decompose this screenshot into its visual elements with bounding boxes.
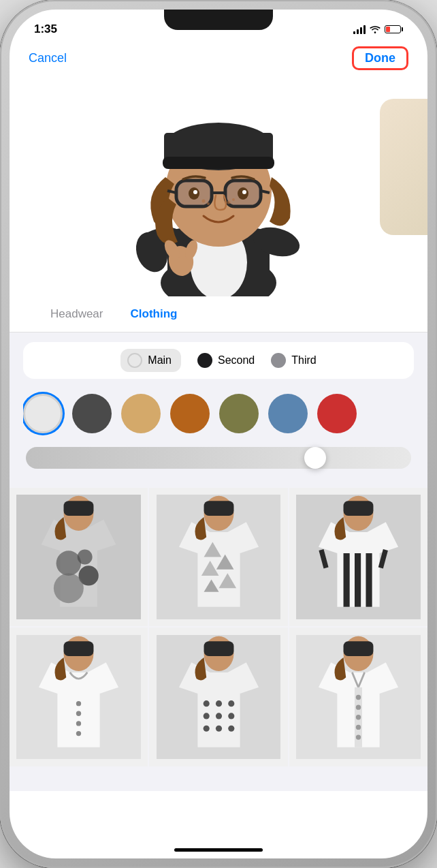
mode-third-label: Third <box>291 354 316 367</box>
svg-point-68 <box>356 694 361 699</box>
wifi-icon <box>370 25 381 33</box>
svg-rect-53 <box>64 641 94 656</box>
svg-rect-41 <box>355 553 361 607</box>
mode-main[interactable]: Main <box>120 349 181 372</box>
svg-point-30 <box>56 551 82 576</box>
signal-bars-icon <box>353 25 366 34</box>
svg-point-24 <box>227 201 231 204</box>
category-tabs: Headwear Clothing <box>10 296 427 332</box>
color-section: Main Second Third <box>10 332 427 488</box>
svg-point-63 <box>228 725 234 731</box>
mode-second[interactable]: Second <box>197 353 255 368</box>
svg-point-57 <box>228 700 234 707</box>
svg-point-33 <box>78 550 93 565</box>
cancel-button[interactable]: Cancel <box>29 51 67 65</box>
svg-point-72 <box>356 734 361 739</box>
svg-point-56 <box>215 700 221 707</box>
svg-point-55 <box>203 700 209 707</box>
svg-point-70 <box>356 715 361 719</box>
tab-headwear[interactable]: Headwear <box>37 302 117 326</box>
swatch-brown[interactable] <box>170 394 210 433</box>
svg-point-20 <box>193 190 197 194</box>
svg-point-48 <box>76 700 81 705</box>
clothing-item-4[interactable] <box>10 627 148 766</box>
clothing-grid <box>10 488 427 766</box>
svg-rect-38 <box>204 501 233 516</box>
home-indicator[interactable] <box>174 848 263 852</box>
clothing-item-1[interactable] <box>10 488 148 626</box>
clothing-item-3[interactable] <box>289 488 427 626</box>
mode-main-label: Main <box>148 354 172 367</box>
svg-point-50 <box>76 721 81 726</box>
svg-point-60 <box>228 713 234 719</box>
swatch-red[interactable] <box>317 394 357 433</box>
notch <box>164 10 273 30</box>
mode-third[interactable]: Third <box>271 353 316 368</box>
svg-rect-74 <box>343 641 373 656</box>
svg-rect-46 <box>343 501 373 516</box>
color-slider-container <box>23 443 414 478</box>
phone-frame: 1:35 <box>0 0 437 868</box>
status-time: 1:35 <box>34 22 57 36</box>
mode-second-label: Second <box>218 354 255 367</box>
clothing-item-5[interactable] <box>149 627 287 766</box>
secondary-memoji-partial <box>380 99 427 235</box>
svg-point-22 <box>202 200 206 203</box>
svg-point-51 <box>76 730 81 735</box>
swatch-dark[interactable] <box>72 394 112 433</box>
phone-screen: 1:35 <box>10 10 427 858</box>
svg-point-61 <box>203 725 209 731</box>
svg-point-49 <box>76 711 81 715</box>
status-icons <box>353 25 403 34</box>
svg-rect-35 <box>64 501 94 516</box>
done-button[interactable]: Done <box>352 46 408 70</box>
clothing-item-6[interactable] <box>289 627 427 766</box>
svg-point-23 <box>207 202 210 205</box>
svg-point-25 <box>232 198 235 201</box>
swatch-olive[interactable] <box>219 394 259 433</box>
svg-point-69 <box>356 704 361 709</box>
swatch-blue[interactable] <box>268 394 308 433</box>
svg-point-21 <box>242 190 246 194</box>
swatch-white[interactable] <box>23 394 63 433</box>
color-swatches <box>23 388 414 443</box>
clothing-item-2[interactable] <box>149 488 287 626</box>
memoji-character <box>123 85 314 296</box>
battery-icon <box>385 25 403 33</box>
svg-point-71 <box>356 724 361 729</box>
color-slider[interactable] <box>26 447 411 469</box>
svg-rect-10 <box>163 157 274 169</box>
tab-clothing[interactable]: Clothing <box>117 302 191 326</box>
svg-point-59 <box>215 713 221 719</box>
color-mode-selector: Main Second Third <box>23 342 414 379</box>
memoji-preview <box>10 78 427 296</box>
swatch-tan[interactable] <box>121 394 161 433</box>
svg-rect-65 <box>204 641 233 656</box>
navigation-bar: Cancel Done <box>10 44 427 78</box>
slider-thumb[interactable] <box>304 447 326 469</box>
svg-point-62 <box>215 725 221 731</box>
svg-point-58 <box>203 713 209 719</box>
svg-point-32 <box>54 573 84 603</box>
svg-rect-40 <box>343 553 349 607</box>
svg-rect-42 <box>366 553 372 607</box>
